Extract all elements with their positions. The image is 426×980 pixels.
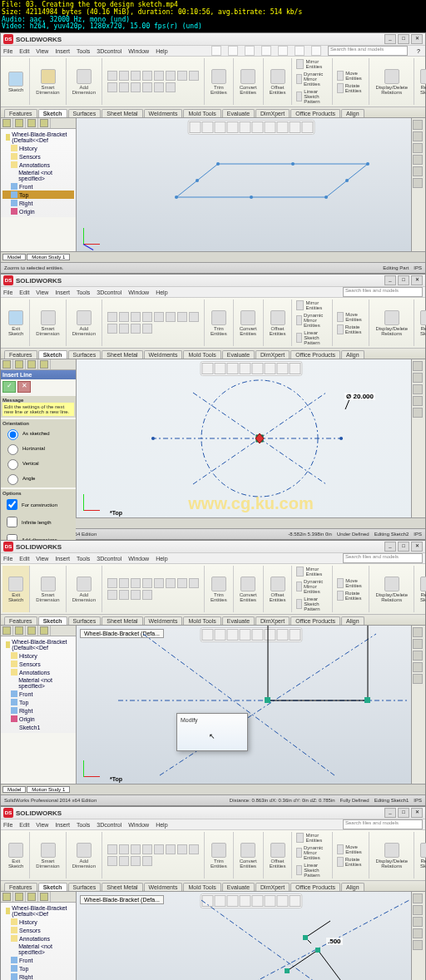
move-entities-button[interactable]: Move Entities: [336, 70, 366, 82]
line-tool-icon[interactable]: [107, 312, 117, 322]
ok-button[interactable]: ✓: [2, 381, 16, 393]
close-button[interactable]: ✕: [411, 34, 423, 44]
tab-evaluate[interactable]: Evaluate: [222, 109, 255, 117]
plane-tool-icon[interactable]: [142, 82, 152, 92]
rotate-entities-button[interactable]: Rotate Entities: [336, 82, 366, 94]
convert-button[interactable]: Convert Entities: [237, 309, 260, 337]
config-manager-tab[interactable]: [26, 118, 38, 128]
tab-office-products[interactable]: Office Products: [290, 109, 340, 117]
rectangle-tool-icon[interactable]: [142, 71, 152, 81]
menu-tools[interactable]: Tools: [77, 48, 90, 54]
exit-sketch-button[interactable]: Exit Sketch: [6, 309, 26, 337]
text-tool-icon[interactable]: [131, 82, 141, 92]
repair-sketch-button[interactable]: Repair Sketch: [418, 68, 426, 96]
qat-new-icon[interactable]: [211, 46, 221, 56]
close-button[interactable]: ✕: [411, 275, 423, 285]
sketch-button[interactable]: Sketch: [6, 71, 26, 93]
convert-entities-button[interactable]: Convert Entities: [237, 68, 260, 96]
ellipse-tool-icon[interactable]: [177, 71, 187, 81]
maximize-button[interactable]: □: [398, 34, 409, 44]
menu-file[interactable]: File: [3, 48, 12, 54]
tab-weldments[interactable]: Weldments: [144, 109, 183, 117]
add-dimension-button[interactable]: Add Dimension: [70, 309, 98, 337]
tree-item-history[interactable]: History: [2, 144, 74, 152]
tab-model[interactable]: Model: [2, 254, 26, 260]
qat-print-icon[interactable]: [261, 46, 271, 56]
spline-tool-icon[interactable]: [166, 71, 176, 81]
minimize-button[interactable]: _: [384, 275, 396, 285]
minimize-button[interactable]: _: [384, 34, 396, 44]
menu-3dcontrol[interactable]: 3Dcontrol: [97, 48, 121, 54]
tab-align[interactable]: Align: [341, 109, 364, 117]
qat-rebuild-icon[interactable]: [295, 46, 305, 56]
smart-dimension-button[interactable]: Smart Dimension: [33, 68, 62, 96]
maximize-button[interactable]: □: [398, 275, 409, 285]
tab-sheet-metal[interactable]: Sheet Metal: [102, 109, 142, 117]
tree-item-annotations[interactable]: Annotations: [2, 161, 74, 169]
search-input[interactable]: Search files and models: [343, 287, 423, 297]
centerline-tool-icon[interactable]: [154, 82, 164, 92]
view-palette-icon[interactable]: [413, 155, 423, 165]
exit-sketch-button[interactable]: Exit Sketch: [6, 576, 26, 603]
tree-item-sensors[interactable]: Sensors: [2, 152, 74, 161]
mirror-entities-button[interactable]: Mirror Entities: [295, 58, 328, 70]
menu-edit[interactable]: Edit: [19, 48, 29, 54]
polygon-tool-icon[interactable]: [107, 82, 117, 92]
design-library-icon[interactable]: [413, 131, 423, 141]
menu-help[interactable]: Help: [156, 48, 167, 54]
modify-dialog[interactable]: Modify ↖: [176, 713, 248, 751]
radio-horizontal[interactable]: Horizontal: [2, 441, 74, 456]
offset-entities-button[interactable]: Offset Entities: [267, 68, 289, 96]
slot-tool-icon[interactable]: [154, 71, 164, 81]
tree-item-right[interactable]: Right: [2, 199, 74, 207]
trim-button[interactable]: Trim Entities: [208, 309, 230, 337]
tree-item-top[interactable]: Top: [2, 191, 74, 199]
dimxpert-manager-tab[interactable]: [38, 118, 51, 128]
tab-surfaces[interactable]: Surfaces: [68, 109, 102, 117]
check-infinite[interactable]: Infinite length: [2, 513, 74, 531]
file-explorer-icon[interactable]: [413, 143, 423, 153]
qat-open-icon[interactable]: [228, 46, 238, 56]
tree-root[interactable]: Wheel-Blade-Bracket (Default<<Def: [2, 131, 74, 144]
check-construction[interactable]: For construction: [2, 496, 74, 513]
arc-tool-icon[interactable]: [131, 71, 141, 81]
trim-entities-button[interactable]: Trim Entities: [208, 68, 230, 96]
radio-as-sketched[interactable]: As sketched: [2, 426, 74, 441]
dimension-value[interactable]: .500: [326, 938, 343, 945]
resources-tab-icon[interactable]: [413, 120, 423, 130]
viewport[interactable]: Wheel-Blade-Bracket (Defa... Modify ↖ *T…: [77, 626, 425, 784]
radio-angle[interactable]: Angle: [2, 471, 74, 486]
tree-item-material[interactable]: Material <not specified>: [2, 169, 74, 182]
appearances-icon[interactable]: [413, 166, 423, 176]
tab-mold-tools[interactable]: Mold Tools: [183, 109, 220, 117]
viewport[interactable]: [77, 118, 425, 251]
point-tool-icon[interactable]: [119, 82, 129, 92]
chamfer-tool-icon[interactable]: [166, 82, 176, 92]
feature-tree-tab[interactable]: [1, 118, 13, 128]
property-manager-tab[interactable]: [13, 118, 26, 128]
qat-options-icon[interactable]: [311, 46, 321, 56]
line-tool-icon[interactable]: [107, 71, 117, 81]
fillet-tool-icon[interactable]: [189, 71, 199, 81]
tab-sketch[interactable]: Sketch: [38, 109, 67, 117]
tab-features[interactable]: Features: [4, 109, 37, 117]
menu-view[interactable]: View: [36, 48, 48, 54]
smart-dimension-button[interactable]: Smart Dimension: [33, 309, 62, 337]
tab-motion-study[interactable]: Motion Study 1: [27, 254, 70, 260]
search-input[interactable]: Search files and models: [328, 46, 408, 56]
qat-undo-icon[interactable]: [278, 46, 288, 56]
tree-item-front[interactable]: Front: [2, 182, 74, 191]
dimension-diameter[interactable]: Ø 20.000: [344, 393, 375, 400]
menu-window[interactable]: Window: [128, 48, 149, 54]
circle-tool-icon[interactable]: [119, 71, 129, 81]
tree-item-origin[interactable]: Origin: [2, 207, 74, 215]
tab-dimxpert[interactable]: DimXpert: [255, 109, 290, 117]
menu-insert[interactable]: Insert: [55, 48, 70, 54]
offset-button[interactable]: Offset Entities: [267, 309, 289, 337]
radio-vertical[interactable]: Vertical: [2, 456, 74, 471]
add-dimension-button[interactable]: Add Dimension: [70, 68, 98, 96]
qat-save-icon[interactable]: [245, 46, 255, 56]
viewport[interactable]: Wheel-Blade-Bracket (Defa... .500 *Top: [77, 892, 425, 980]
cancel-button[interactable]: ✕: [17, 381, 31, 393]
dynamic-mirror-button[interactable]: Dynamic Mirror Entities: [295, 71, 328, 87]
